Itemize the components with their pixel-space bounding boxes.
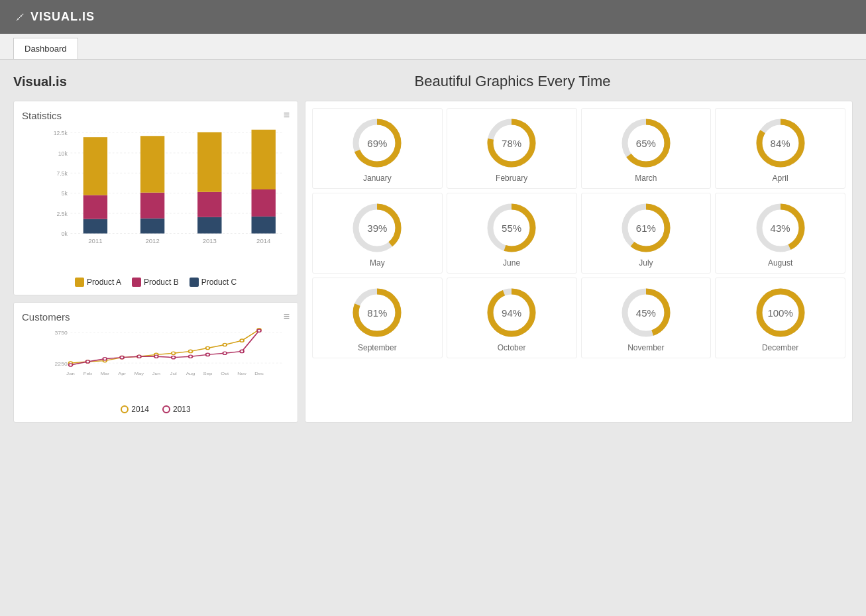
donut-percent: 69% (367, 138, 387, 149)
svg-rect-18 (197, 217, 221, 234)
svg-text:2014: 2014 (256, 237, 271, 244)
statistics-panel: Statistics ≡ 12.5k 10k 7.5k (13, 101, 298, 295)
legend-label-2013: 2013 (173, 405, 191, 414)
donut-percent: 81% (367, 307, 387, 319)
svg-point-47 (120, 356, 124, 359)
donut-month: May (370, 258, 385, 268)
svg-text:Aug: Aug (186, 372, 195, 376)
svg-text:0k: 0k (62, 231, 68, 237)
donut-percent: 39% (367, 223, 387, 234)
svg-text:2012: 2012 (145, 237, 159, 244)
svg-text:5k: 5k (62, 191, 68, 197)
legend-dot-2013 (162, 405, 170, 413)
legend-swatch-c (189, 278, 199, 287)
svg-rect-19 (197, 192, 221, 217)
svg-text:3750: 3750 (55, 331, 68, 336)
donut-percent: 94% (502, 307, 521, 319)
donut-percent: 45% (636, 307, 656, 319)
svg-text:Feb: Feb (83, 372, 92, 376)
legend-dot-2014 (121, 405, 129, 413)
donut-wrapper: 94% (485, 286, 538, 339)
svg-point-53 (223, 352, 227, 354)
donut-percent: 78% (502, 138, 521, 149)
donut-percent: 43% (771, 223, 790, 234)
bar-chart-svg: 12.5k 10k 7.5k 5k 2.5k 0k (48, 127, 290, 252)
donut-percent: 100% (767, 307, 792, 319)
donut-wrapper: 84% (754, 117, 807, 170)
legend-item-a: Product A (75, 278, 121, 287)
right-panel: 69% January 78% February 65% March (305, 101, 853, 423)
donut-cell-april: 84% April (715, 108, 845, 189)
svg-point-41 (223, 343, 227, 346)
line-chart-container: 3750 2250 (22, 328, 290, 401)
donut-wrapper: 39% (351, 201, 404, 254)
page-title-left: Visual.is (13, 74, 146, 89)
svg-text:12.5k: 12.5k (54, 130, 68, 136)
svg-text:Jul: Jul (170, 372, 177, 376)
svg-rect-23 (252, 130, 276, 189)
statistics-title: Statistics ≡ (22, 109, 290, 121)
donut-cell-may: 39% May (312, 193, 443, 274)
svg-rect-14 (83, 137, 107, 195)
donut-cell-december: 100% December (715, 278, 845, 358)
svg-point-40 (206, 346, 210, 349)
logo-text: VISUAL.IS (30, 10, 95, 24)
donut-wrapper: 45% (620, 286, 673, 339)
legend-label-2014: 2014 (131, 405, 149, 414)
svg-point-50 (172, 356, 176, 359)
legend-swatch-a (75, 278, 84, 287)
bar-chart-container: 12.5k 10k 7.5k 5k 2.5k 0k (22, 127, 290, 272)
svg-rect-22 (252, 189, 276, 217)
svg-text:2013: 2013 (203, 237, 217, 244)
donut-month: December (762, 343, 798, 352)
customers-menu-icon[interactable]: ≡ (284, 311, 290, 323)
legend-2014: 2014 (121, 405, 149, 414)
svg-point-48 (137, 355, 141, 358)
svg-text:Mar: Mar (101, 372, 110, 376)
svg-rect-15 (140, 219, 164, 234)
bar-chart-legend: Product A Product B Product C (22, 278, 290, 287)
header: ⟋ VISUAL.IS (0, 0, 866, 34)
legend-label-a: Product A (87, 278, 121, 287)
donut-cell-march: 65% March (581, 108, 712, 189)
donut-percent: 55% (502, 223, 521, 234)
donut-cell-july: 61% July (581, 193, 712, 274)
svg-text:7.5k: 7.5k (56, 170, 68, 177)
legend-label-b: Product B (144, 278, 179, 287)
svg-point-46 (103, 358, 107, 360)
donut-wrapper: 65% (620, 117, 673, 170)
svg-text:May: May (135, 372, 144, 376)
tab-dashboard[interactable]: Dashboard (13, 38, 78, 59)
line-chart-svg: 3750 2250 (48, 328, 290, 384)
svg-text:Dec: Dec (254, 372, 264, 376)
line-chart-legend: 2014 2013 (22, 405, 290, 414)
statistics-menu-icon[interactable]: ≡ (284, 109, 290, 121)
page-header: Visual.is Beautiful Graphics Every Time (13, 73, 853, 90)
donut-cell-november: 45% November (581, 278, 712, 358)
donut-grid: 69% January 78% February 65% March (312, 108, 845, 358)
svg-point-45 (86, 360, 90, 363)
main-content: Visual.is Beautiful Graphics Every Time … (0, 60, 866, 436)
svg-point-39 (189, 350, 193, 352)
legend-swatch-b (132, 278, 141, 287)
legend-item-b: Product B (132, 278, 179, 287)
svg-text:Oct: Oct (221, 372, 229, 376)
svg-text:Apr: Apr (118, 372, 127, 376)
svg-point-54 (240, 350, 244, 352)
donut-percent: 65% (636, 138, 656, 149)
customers-title: Customers ≡ (22, 311, 290, 323)
donut-month: June (503, 258, 520, 268)
svg-rect-13 (83, 195, 107, 219)
donut-wrapper: 100% (754, 286, 807, 339)
tab-bar: Dashboard (0, 34, 866, 60)
svg-text:Nov: Nov (237, 372, 246, 376)
donut-month: March (635, 174, 657, 183)
logo-icon: ⟋ (13, 9, 27, 25)
svg-text:Sep: Sep (203, 372, 213, 376)
donut-percent: 61% (636, 223, 656, 234)
donut-month: September (358, 343, 397, 352)
svg-point-52 (206, 353, 210, 356)
svg-text:2250: 2250 (55, 362, 68, 367)
customers-panel: Customers ≡ 3750 2250 (13, 302, 298, 423)
dashboard-layout: Statistics ≡ 12.5k 10k 7.5k (13, 101, 853, 423)
